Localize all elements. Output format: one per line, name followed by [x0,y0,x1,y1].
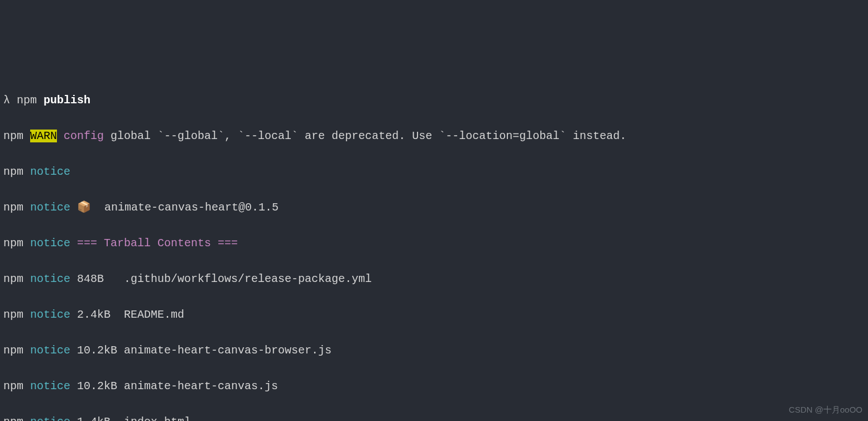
warn-badge: WARN [30,130,57,142]
notice-label: notice [30,272,70,285]
notice-label: notice [30,237,70,250]
npm-label: npm [3,201,30,214]
notice-label: notice [30,201,70,214]
notice-tarball-contents-header: npm notice === Tarball Contents === [3,235,865,252]
command-publish: publish [44,94,90,107]
npm-label: npm [3,165,30,178]
file-entry: 1.4kB index.html [70,415,191,421]
notice-file-line: npm notice 10.2kB animate-heart-canvas.j… [3,377,865,395]
command-line[interactable]: λ npm publish [3,92,865,109]
notice-file-line: npm notice 848B .github/workflows/releas… [3,270,865,288]
file-entry: 848B .github/workflows/release-package.y… [70,272,372,285]
npm-label: npm [3,272,30,285]
file-entry: 10.2kB animate-heart-canvas.js [70,380,278,393]
warn-message: global `--global`, `--local` are depreca… [104,130,626,142]
file-entry: 2.4kB README.md [70,308,184,321]
notice-label: notice [30,344,70,357]
prompt-symbol: λ [3,94,17,107]
notice-label: notice [30,308,70,321]
command-npm: npm [17,94,44,107]
npm-label: npm [3,415,30,421]
notice-label: notice [30,380,70,393]
notice-label: notice [30,165,70,178]
notice-file-line: npm notice 1.4kB index.html [3,413,865,421]
notice-line-empty: npm notice [3,163,865,181]
file-entry: 10.2kB animate-heart-canvas-browser.js [70,344,332,357]
npm-label: npm [3,308,30,321]
terminal-output: λ npm publish npm WARN config global `--… [3,74,865,421]
npm-label: npm [3,237,30,250]
npm-label: npm [3,130,30,142]
watermark: CSDN @十月ooOO [789,403,862,417]
npm-label: npm [3,380,30,393]
npm-label: npm [3,344,30,357]
section-header: === Tarball Contents === [70,237,238,250]
notice-label: notice [30,415,70,421]
notice-line-package: npm notice 📦 animate-canvas-heart@0.1.5 [3,199,865,217]
package-name: 📦 animate-canvas-heart@0.1.5 [70,201,279,214]
notice-file-line: npm notice 10.2kB animate-heart-canvas-b… [3,342,865,360]
config-label: config [57,130,104,142]
warn-line: npm WARN config global `--global`, `--lo… [3,127,865,145]
notice-file-line: npm notice 2.4kB README.md [3,306,865,324]
